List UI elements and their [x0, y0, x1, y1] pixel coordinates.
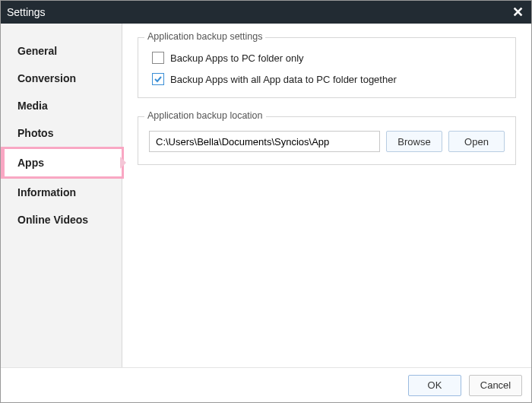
sidebar-item-label: Conversion: [17, 72, 76, 84]
option-pc-only-row: Backup Apps to PC folder only: [149, 52, 505, 64]
sidebar-item-general[interactable]: General: [1, 37, 122, 65]
check-icon: [154, 75, 163, 84]
sidebar-item-label: General: [17, 45, 57, 57]
option-with-data-row: Backup Apps with all App data to PC fold…: [149, 73, 505, 85]
sidebar-item-conversion[interactable]: Conversion: [1, 65, 122, 92]
backup-location-group: Application backup location Browse Open: [138, 116, 516, 165]
content-area: Application backup settings Backup Apps …: [122, 24, 531, 367]
location-input[interactable]: [149, 131, 380, 152]
close-icon: ✕: [512, 4, 524, 21]
sidebar-item-label: Media: [17, 100, 48, 112]
checkbox-pc-only[interactable]: [152, 52, 164, 64]
window-body: General Conversion Media Photos Apps Inf…: [1, 24, 531, 367]
backup-location-legend: Application backup location: [144, 110, 266, 121]
close-button[interactable]: ✕: [510, 5, 525, 20]
sidebar-item-label: Online Videos: [17, 214, 88, 226]
titlebar: Settings ✕: [1, 1, 531, 24]
sidebar-item-information[interactable]: Information: [1, 179, 122, 206]
window-title: Settings: [7, 6, 46, 18]
sidebar-item-media[interactable]: Media: [1, 92, 122, 119]
backup-settings-legend: Application backup settings: [144, 31, 265, 42]
browse-button[interactable]: Browse: [386, 131, 442, 152]
cancel-button[interactable]: Cancel: [469, 375, 522, 396]
ok-button[interactable]: OK: [408, 375, 461, 396]
checkbox-with-data[interactable]: [152, 73, 164, 85]
sidebar-item-label: Photos: [17, 127, 53, 139]
sidebar-item-apps[interactable]: Apps: [1, 147, 124, 179]
checkbox-with-data-label: Backup Apps with all App data to PC fold…: [170, 74, 397, 85]
footer: OK Cancel: [1, 367, 531, 402]
sidebar-item-photos[interactable]: Photos: [1, 119, 122, 147]
location-row: Browse Open: [149, 131, 505, 152]
open-button[interactable]: Open: [448, 131, 505, 152]
sidebar-item-label: Apps: [17, 157, 44, 169]
sidebar-item-online-videos[interactable]: Online Videos: [1, 206, 122, 233]
sidebar: General Conversion Media Photos Apps Inf…: [1, 24, 122, 367]
backup-settings-group: Application backup settings Backup Apps …: [138, 37, 516, 98]
checkbox-pc-only-label: Backup Apps to PC folder only: [170, 52, 304, 64]
sidebar-item-label: Information: [17, 186, 76, 198]
settings-window: Settings ✕ General Conversion Media Phot…: [0, 0, 532, 403]
